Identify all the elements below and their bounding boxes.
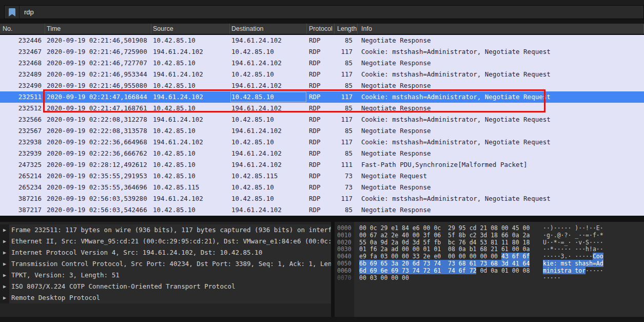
packet-cell-dst: 10.42.85.10 xyxy=(230,193,307,204)
packet-cell-time: 2020-09-19 02:22:36,664968 xyxy=(45,137,151,148)
detail-tree-row[interactable]: ▶TPKT, Version: 3, Length: 51 xyxy=(0,270,331,281)
packet-cell-dst: 10.42.85.10 xyxy=(230,114,307,125)
hex-dump-row[interactable]: 002055 0a 9d 2a 0d 3d 5f fb bc 76 d4 53 … xyxy=(335,239,644,247)
hex-bytes[interactable]: 6d 69 6e 69 73 74 72 61 74 6f 72 0d 0a 0… xyxy=(359,268,530,275)
ascii-bytes[interactable]: ··)····· )··!··E· xyxy=(543,225,603,232)
ascii-bytes[interactable]: ··*····· ···h!a·· xyxy=(543,246,603,253)
hex-dump-row[interactable]: 003001 f6 2a ad 00 00 01 01 08 0a b1 68 … xyxy=(335,246,644,253)
column-header-dst[interactable]: Destination xyxy=(230,24,307,34)
packet-row[interactable]: 2329382020-09-19 02:22:36,664968194.61.2… xyxy=(0,137,644,148)
hex-bytes[interactable]: 00 67 a2 2e 40 00 3f 06 5f 8b c2 3d 18 6… xyxy=(359,232,530,239)
expand-arrow-icon[interactable]: ▶ xyxy=(0,258,9,270)
expand-arrow-icon[interactable]: ▶ xyxy=(0,270,9,281)
ascii-bytes[interactable]: ministra tor····· xyxy=(543,268,603,275)
hex-bytes[interactable]: 6b 69 65 3a 20 6d 73 74 73 68 61 73 68 3… xyxy=(359,260,530,268)
column-header-time[interactable]: Time xyxy=(45,24,151,34)
column-header-src[interactable]: Source xyxy=(151,24,230,34)
packet-row[interactable]: 2324672020-09-19 02:21:46,725900194.61.2… xyxy=(0,46,644,58)
packet-cell-time: 2020-09-19 02:21:46,953344 xyxy=(45,69,151,80)
vertical-splitter[interactable] xyxy=(331,222,335,317)
packet-list-header: No.TimeSourceDestinationProtocolLengthIn… xyxy=(0,24,644,35)
packet-row[interactable]: 2329392020-09-19 02:22:36,66676210.42.85… xyxy=(0,148,644,159)
packet-row[interactable]: 2324682020-09-19 02:21:46,72770710.42.85… xyxy=(0,58,644,69)
ascii-bytes[interactable]: U··*·=_· ·v·S···· xyxy=(543,239,603,247)
packet-row[interactable]: 2652342020-09-19 02:35:55,36469610.42.85… xyxy=(0,182,644,193)
hex-bytes[interactable]: e9 fa 03 00 00 33 2e e0 00 00 00 00 00 4… xyxy=(359,253,530,260)
packet-cell-proto: RDP xyxy=(307,69,335,80)
detail-tree-row[interactable]: ▶ISO 8073/X.224 COTP Connection-Oriented… xyxy=(0,281,331,292)
packet-cell-len: 85 xyxy=(335,148,358,159)
detail-tree-row[interactable]: ▶Transmission Control Protocol, Src Port… xyxy=(0,258,331,270)
packet-cell-dst: 194.61.24.102 xyxy=(230,204,307,216)
hex-dump-row[interactable]: 00506b 69 65 3a 20 6d 73 74 73 68 61 73 … xyxy=(335,260,644,268)
hex-bytes[interactable]: 00 03 00 00 00 xyxy=(359,275,409,282)
hex-dump-row[interactable]: 00606d 69 6e 69 73 74 72 61 74 6f 72 0d … xyxy=(335,268,644,275)
hex-offset: 0050 xyxy=(337,260,352,268)
packet-cell-len: 85 xyxy=(335,204,358,216)
packet-cell-src: 194.61.24.102 xyxy=(151,114,230,125)
packet-row[interactable]: 2324902020-09-19 02:21:46,95508010.42.85… xyxy=(0,80,644,91)
hex-bytes[interactable]: 01 f6 2a ad 00 00 01 01 08 0a b1 68 21 6… xyxy=(359,246,530,253)
packet-cell-len: 117 xyxy=(335,69,358,80)
expand-arrow-icon[interactable]: ▶ xyxy=(0,292,9,304)
packet-cell-info: Negotiate Response xyxy=(358,80,644,91)
packet-cell-proto: RDP xyxy=(307,103,335,114)
packet-cell-proto: RDP xyxy=(307,204,335,216)
bookmark-icon[interactable] xyxy=(5,6,19,18)
packet-cell-len: 117 xyxy=(335,91,358,103)
expand-arrow-icon[interactable]: ▶ xyxy=(0,236,9,247)
wireshark-window: rdp No.TimeSourceDestinationProtocolLeng… xyxy=(0,0,644,322)
hex-dump-row[interactable]: 007000 03 00 00 00····· xyxy=(335,275,644,282)
column-header-no[interactable]: No. xyxy=(0,24,45,34)
packet-row[interactable]: 2325672020-09-19 02:22:08,31357810.42.85… xyxy=(0,125,644,137)
detail-tree-row[interactable]: ▶Internet Protocol Version 4, Src: 194.6… xyxy=(0,247,331,258)
packet-cell-src: 10.42.85.10 xyxy=(151,171,230,182)
ascii-bytes[interactable]: kie: mst shash=Ad xyxy=(543,260,603,268)
column-header-len[interactable]: Length xyxy=(335,24,358,34)
ascii-bytes[interactable]: ····· xyxy=(543,275,561,282)
horizontal-splitter[interactable] xyxy=(0,216,644,222)
column-header-info[interactable]: Info xyxy=(358,24,644,34)
packet-list-body: 2324462020-09-19 02:21:46,50190810.42.85… xyxy=(0,35,644,216)
hex-bytes[interactable]: 00 0c 29 e1 84 e6 00 0c 29 95 cd 21 08 0… xyxy=(359,225,530,232)
ascii-bytes[interactable]: ·g·.@·?· _··=·f·* xyxy=(543,232,603,239)
packet-row[interactable]: 2652142020-09-19 02:35:55,29195310.42.85… xyxy=(0,171,644,182)
ascii-bytes[interactable]: ·····3.· ·····Coo xyxy=(543,253,603,260)
hex-dump-row[interactable]: 0040e9 fa 03 00 00 33 2e e0 00 00 00 00 … xyxy=(335,253,644,260)
packet-cell-proto: RDP xyxy=(307,125,335,137)
packet-row[interactable]: 2325662020-09-19 02:22:08,312278194.61.2… xyxy=(0,114,644,125)
detail-tree-label: Frame 232511: 117 bytes on wire (936 bit… xyxy=(9,224,331,236)
detail-tree-row[interactable]: ▶Frame 232511: 117 bytes on wire (936 bi… xyxy=(0,224,331,236)
hex-dump-row[interactable]: 000000 0c 29 e1 84 e6 00 0c 29 95 cd 21 … xyxy=(335,225,644,232)
packet-cell-time: 2020-09-19 02:21:46,725900 xyxy=(45,46,151,58)
packet-bytes-pane: 000000 0c 29 e1 84 e6 00 0c 29 95 cd 21 … xyxy=(335,222,644,317)
expand-arrow-icon[interactable]: ▶ xyxy=(0,247,9,258)
packet-cell-no: 232468 xyxy=(0,58,45,69)
packet-cell-src: 194.61.24.102 xyxy=(151,46,230,58)
packet-row-selected[interactable]: 2325112020-09-19 02:21:47,166844194.61.2… xyxy=(0,91,644,103)
packet-cell-no: 232489 xyxy=(0,69,45,80)
hex-offset: 0020 xyxy=(337,239,352,247)
packet-cell-time: 2020-09-19 02:21:46,955080 xyxy=(45,80,151,91)
display-filter-input[interactable]: rdp xyxy=(4,5,644,19)
packet-row[interactable]: 2473252020-09-19 02:28:12,49261210.42.85… xyxy=(0,159,644,171)
detail-tree-row[interactable]: ▶Ethernet II, Src: VMware_95:cd:21 (00:0… xyxy=(0,236,331,247)
packet-cell-src: 10.42.85.10 xyxy=(151,148,230,159)
hex-dump-row[interactable]: 001000 67 a2 2e 40 00 3f 06 5f 8b c2 3d … xyxy=(335,232,644,239)
column-header-proto[interactable]: Protocol xyxy=(307,24,335,34)
packet-cell-no: 232511 xyxy=(0,91,45,103)
packet-cell-len: 73 xyxy=(335,182,358,193)
packet-row[interactable]: 2325122020-09-19 02:21:47,16876110.42.85… xyxy=(0,103,644,114)
packet-row[interactable]: 2324892020-09-19 02:21:46,953344194.61.2… xyxy=(0,69,644,80)
top-strip xyxy=(0,0,644,5)
expand-arrow-icon[interactable]: ▶ xyxy=(0,224,9,236)
detail-tree-row[interactable]: ▶Remote Desktop Protocol xyxy=(0,292,331,304)
hex-bytes[interactable]: 55 0a 9d 2a 0d 3d 5f fb bc 76 d4 53 81 1… xyxy=(359,239,530,247)
packet-cell-info: Cookie: mstshash=Administrator, Negotiat… xyxy=(358,69,644,80)
packet-cell-no: 232490 xyxy=(0,80,45,91)
detail-tree-label: Transmission Control Protocol, Src Port:… xyxy=(9,258,331,270)
packet-row[interactable]: 3872172020-09-19 02:56:03,54246610.42.85… xyxy=(0,204,644,216)
expand-arrow-icon[interactable]: ▶ xyxy=(0,281,9,292)
packet-row[interactable]: 2324462020-09-19 02:21:46,50190810.42.85… xyxy=(0,35,644,46)
packet-row[interactable]: 3872162020-09-19 02:56:03,539280194.61.2… xyxy=(0,193,644,204)
